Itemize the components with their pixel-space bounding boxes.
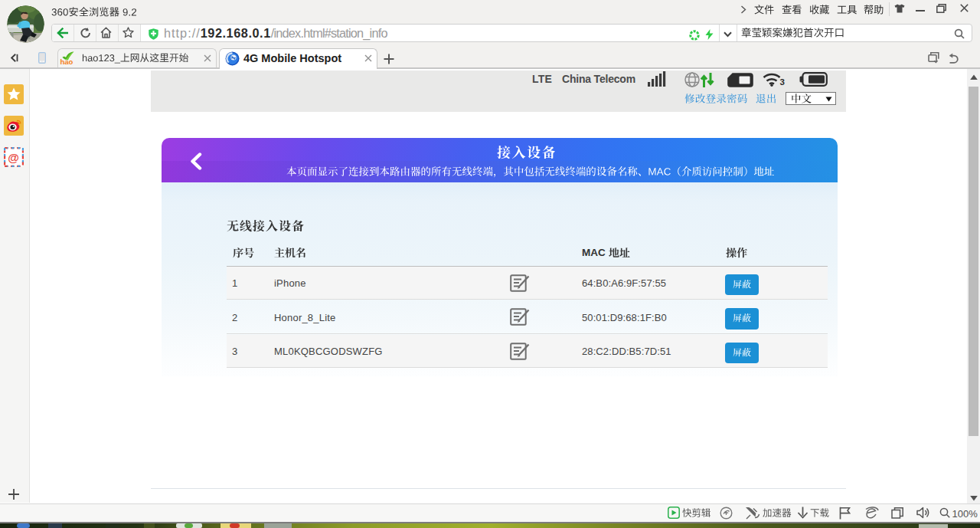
svg-text:hao: hao — [60, 57, 74, 65]
svg-text:@: @ — [8, 151, 19, 164]
